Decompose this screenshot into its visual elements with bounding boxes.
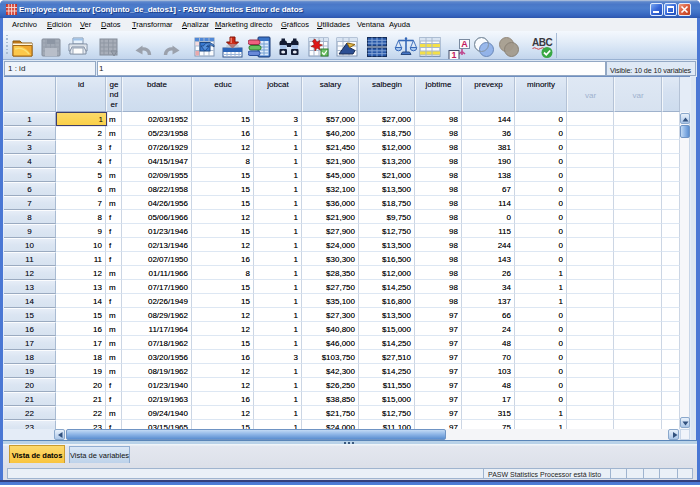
svg-text:ABC: ABC: [532, 37, 552, 48]
svg-text:1: 1: [451, 50, 456, 59]
svg-text:A: A: [461, 39, 468, 49]
